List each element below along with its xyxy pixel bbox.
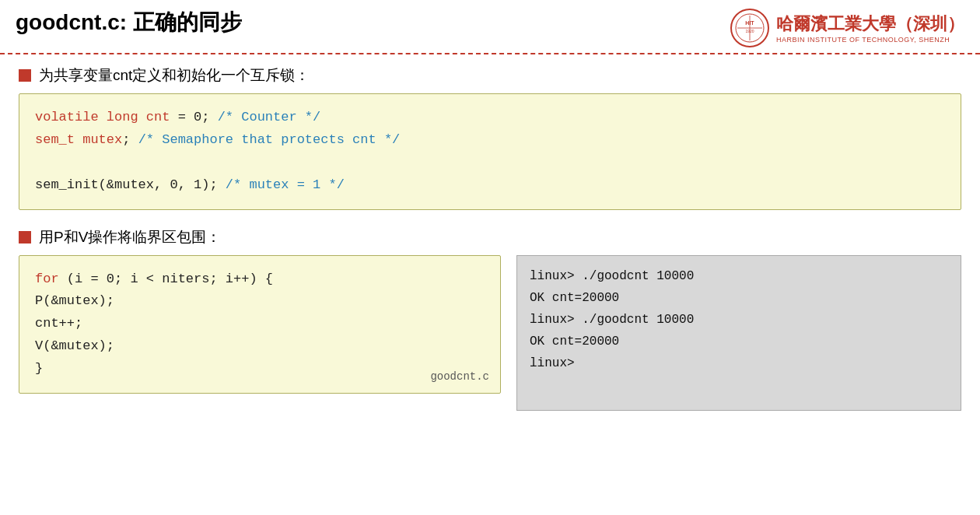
code-line-for: for (i = 0; i < niters; i++) {	[35, 268, 485, 291]
code-line-v: V(&mutex);	[35, 335, 485, 358]
code-keyword: volatile long cnt	[35, 110, 170, 124]
section1-text: 为共享变量cnt定义和初始化一个互斥锁：	[39, 65, 310, 86]
logo-emblem-icon: HIT 1920	[730, 8, 770, 48]
code-comment: /* mutex = 1 */	[226, 177, 345, 192]
logo-chinese: 哈爾濱工業大學（深圳）	[776, 12, 964, 36]
header: goodcnt.c: 正确的同步 HIT 1920 哈爾濱工業大學（深圳） HA…	[0, 0, 980, 54]
terminal-line-3: linux> ./goodcnt 10000	[530, 309, 948, 331]
page-title: goodcnt.c: 正确的同步	[16, 8, 242, 37]
code-line-cnt: cnt++;	[35, 313, 485, 335]
main-content: 为共享变量cnt定义和初始化一个互斥锁： volatile long cnt =…	[0, 54, 980, 422]
page: goodcnt.c: 正确的同步 HIT 1920 哈爾濱工業大學（深圳） HA…	[0, 0, 980, 515]
logo-text: 哈爾濱工業大學（深圳） HARBIN INSTITUTE OF TECHNOLO…	[776, 12, 964, 44]
code-comment: /* Semaphore that protects cnt */	[138, 132, 401, 147]
logo: HIT 1920 哈爾濱工業大學（深圳） HARBIN INSTITUTE OF…	[730, 8, 964, 48]
code-text: sem_init(&mutex, 0, 1);	[35, 177, 226, 192]
terminal-block: linux> ./goodcnt 10000 OK cnt=20000 linu…	[516, 255, 961, 411]
terminal-line-5: linux>	[530, 352, 948, 374]
code-line-brace: }	[35, 358, 485, 380]
code-for-keyword: for	[35, 272, 59, 286]
code-comment: /* Counter */	[218, 110, 321, 124]
logo-english: HARBIN INSTITUTE OF TECHNOLOGY, SHENZH	[776, 36, 950, 44]
code-keyword: sem_t mutex	[35, 132, 122, 147]
code-line-p: P(&mutex);	[35, 290, 485, 313]
bullet-icon	[19, 69, 31, 82]
code-line-2: sem_t mutex; /* Semaphore that protects …	[35, 129, 945, 152]
bottom-row: for (i = 0; i < niters; i++) { P(&mutex)…	[19, 255, 961, 411]
section2-text: 用P和V操作将临界区包围：	[39, 227, 221, 247]
code-line-1: volatile long cnt = 0; /* Counter */	[35, 107, 945, 129]
terminal-line-1: linux> ./goodcnt 10000	[530, 265, 948, 287]
code-filename: goodcnt.c	[430, 368, 489, 387]
code-block-1: volatile long cnt = 0; /* Counter */ sem…	[19, 93, 961, 210]
code-block-2: for (i = 0; i < niters; i++) { P(&mutex)…	[19, 255, 501, 394]
section2-label: 用P和V操作将临界区包围：	[19, 227, 961, 247]
terminal-line-4: OK cnt=20000	[530, 331, 948, 352]
code-line-3: sem_init(&mutex, 0, 1); /* mutex = 1 */	[35, 174, 945, 197]
section1-label: 为共享变量cnt定义和初始化一个互斥锁：	[19, 65, 961, 86]
bullet-icon-2	[19, 231, 31, 243]
terminal-line-2: OK cnt=20000	[530, 287, 948, 309]
